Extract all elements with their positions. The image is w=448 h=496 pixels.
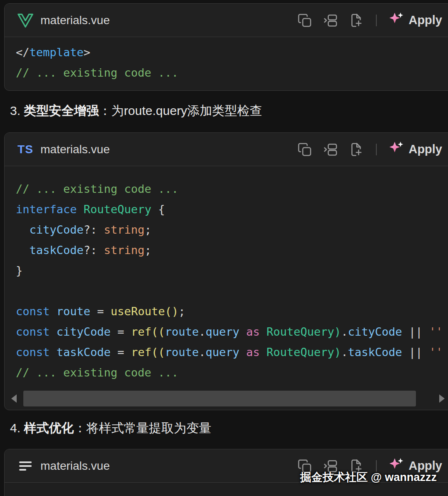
markdown-heading-4: 4. 样式优化：将样式常量提取为变量 [10,420,211,437]
divider [376,144,377,155]
code-line: // ... existing code ... [16,179,448,199]
code-line [16,281,448,301]
apply-label: Apply [408,142,442,156]
insert-at-cursor-icon[interactable] [323,12,338,28]
code-line: interface RouteQuery { [16,199,448,219]
watermark: 掘金技术社区 @ wannazzz [300,470,437,485]
vue-logo-icon [16,13,35,28]
filename: materials.vue [40,143,110,156]
code-block-vue-template: materials.vue [4,3,448,91]
apply-button[interactable]: Apply [388,140,442,159]
sparkle-icon [388,11,404,30]
code-line: taskCode?: string; [16,240,448,260]
copy-icon[interactable] [297,142,313,157]
code-block-header: materials.vue [5,4,448,37]
code-block-header: TS materials.vue Apply [5,133,448,166]
code-line: const cityCode = ref((route.query as Rou… [16,322,448,342]
code-actions: Apply [297,11,442,30]
divider [376,15,377,26]
scroll-right-arrow[interactable] [439,394,445,403]
code-line: // ... existing code ... [16,62,448,83]
list-lines-icon [16,461,35,471]
filename: materials.vue [40,14,110,27]
horizontal-scrollbar [5,390,448,410]
scroll-left-arrow[interactable] [11,394,17,403]
code-content: </template>// ... existing code ... [5,37,448,83]
code-line: cityCode?: string; [16,219,448,240]
code-line: const taskCode = ref((route.query as Rou… [16,342,448,362]
code-block-typescript: TS materials.vue Apply [4,132,448,410]
copy-icon[interactable] [297,12,313,28]
apply-label: Apply [408,13,442,27]
code-actions: Apply [297,140,442,159]
code-line: </template> [16,42,448,62]
sparkle-icon [388,140,404,159]
new-file-icon[interactable] [348,12,364,28]
code-line: // ... existing code ... [16,362,448,383]
code-line: } [16,260,448,281]
new-file-icon[interactable] [348,142,364,157]
typescript-icon: TS [16,143,35,156]
apply-button[interactable]: Apply [388,11,442,30]
insert-at-cursor-icon[interactable] [323,142,338,157]
code-content: // ... existing code ...interface RouteQ… [5,166,448,383]
scrollbar-thumb[interactable] [23,391,416,406]
filename: materials.vue [40,459,110,473]
markdown-heading-3: 3. 类型安全增强：为route.query添加类型检查 [10,102,262,120]
code-line: const route = useRoute(); [16,301,448,322]
